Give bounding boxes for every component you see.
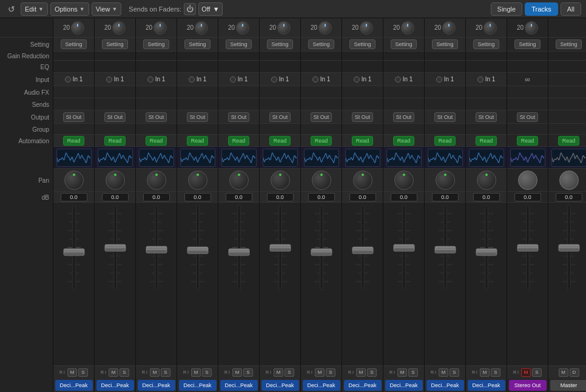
ch-wave-display-4[interactable] [221, 149, 257, 167]
ch-fader-svg-8[interactable] [389, 205, 419, 291]
ch-pan-knob-3[interactable] [188, 171, 207, 190]
ch-output-btn-9[interactable]: St Out [434, 112, 456, 122]
ch-fader-svg-12[interactable] [554, 205, 584, 291]
ch-wave-display-9[interactable] [428, 149, 463, 167]
ch-output-btn-1[interactable]: St Out [104, 112, 126, 122]
ch-name-badge-8[interactable]: Deci...Peak [385, 380, 423, 391]
sends-off-select[interactable]: Off ▼ [198, 2, 222, 16]
ch-setting-btn-7[interactable]: Setting [349, 39, 375, 49]
ch-output-btn-2[interactable]: St Out [146, 112, 167, 122]
tracks-view-btn[interactable]: Tracks [525, 2, 558, 16]
ch-output-btn-7[interactable]: St Out [352, 112, 374, 122]
ch-mute-btn-7[interactable]: M [356, 368, 366, 377]
ch-db-display-5[interactable]: 0.0 [267, 193, 294, 201]
ch-mute-btn-8[interactable]: M [397, 368, 407, 377]
ch-knob-0[interactable] [71, 21, 84, 35]
ch-db-display-9[interactable]: 0.0 [432, 193, 459, 201]
ch-db-display-2[interactable]: 0.0 [143, 193, 170, 201]
ch-auto-btn-8[interactable]: Read [393, 136, 415, 146]
ch-mute-btn-4[interactable]: M [232, 368, 242, 377]
ch-db-display-10[interactable]: 0.0 [473, 193, 500, 201]
ch-wave-display-0[interactable] [56, 149, 92, 167]
ch-knob-6[interactable] [318, 21, 332, 35]
ch-solo-btn-master[interactable]: D [570, 368, 579, 377]
ch-fader-svg-6[interactable] [306, 205, 337, 291]
ch-auto-btn-6[interactable]: Read [311, 136, 332, 146]
sends-power-toggle[interactable]: ⏻ [184, 3, 196, 15]
ch-db-display-8[interactable]: 0.0 [391, 193, 417, 201]
ch-mute-btn-master[interactable]: M [559, 368, 568, 377]
ch-wave-display-8[interactable] [386, 149, 422, 167]
ch-db-display-12[interactable]: 0.0 [556, 193, 582, 201]
ch-solo-btn-0[interactable]: S [78, 368, 88, 377]
ch-solo-btn-1[interactable]: S [120, 368, 129, 377]
ch-mute-btn-3[interactable]: M [191, 368, 201, 377]
ch-pan-knob-8[interactable] [394, 171, 414, 190]
ch-solo-btn-4[interactable]: S [243, 368, 253, 377]
ch-knob-3[interactable] [195, 21, 208, 35]
ch-mute-btn-5[interactable]: M [274, 368, 283, 377]
ch-wave-display-6[interactable] [304, 149, 339, 167]
ch-solo-btn-3[interactable]: S [202, 368, 212, 377]
ch-solo-btn-11[interactable]: S [532, 368, 542, 377]
ch-output-btn-8[interactable]: St Out [393, 112, 415, 122]
ch-solo-btn-2[interactable]: S [161, 368, 170, 377]
ch-setting-btn-9[interactable]: Setting [432, 39, 457, 49]
ch-pan-knob-2[interactable] [147, 171, 166, 190]
ch-knob-10[interactable] [483, 21, 497, 35]
ch-pan-knob-9[interactable] [436, 171, 455, 190]
ch-output-btn-0[interactable]: St Out [63, 112, 85, 122]
ch-mute-btn-11[interactable]: M [521, 368, 531, 377]
ch-setting-btn-1[interactable]: Setting [102, 39, 127, 49]
back-icon[interactable]: ↺ [5, 2, 18, 16]
ch-fader-svg-0[interactable] [59, 205, 89, 291]
ch-auto-btn-7[interactable]: Read [352, 136, 374, 146]
ch-solo-btn-9[interactable]: S [450, 368, 459, 377]
channels-scroll[interactable]: 20 Setting In 1 St Out Read [53, 18, 586, 392]
ch-auto-btn-1[interactable]: Read [104, 136, 126, 146]
ch-output-btn-5[interactable]: St Out [269, 112, 291, 122]
ch-mute-btn-2[interactable]: M [150, 368, 160, 377]
ch-pan-knob-1[interactable] [106, 171, 125, 190]
ch-name-badge-4[interactable]: Deci...Peak [220, 380, 258, 391]
ch-mute-btn-10[interactable]: M [480, 368, 490, 377]
ch-setting-btn-6[interactable]: Setting [308, 39, 334, 49]
ch-fader-svg-1[interactable] [100, 205, 130, 291]
ch-knob-8[interactable] [401, 21, 414, 35]
all-view-btn[interactable]: All [561, 2, 581, 16]
ch-solo-btn-7[interactable]: S [367, 368, 377, 377]
ch-setting-btn-2[interactable]: Setting [143, 39, 169, 49]
ch-mute-btn-6[interactable]: M [315, 368, 325, 377]
ch-knob-2[interactable] [153, 21, 167, 35]
ch-pan-knob-4[interactable] [229, 171, 249, 190]
ch-db-display-1[interactable]: 0.0 [102, 193, 129, 201]
ch-auto-btn-5[interactable]: Read [269, 136, 291, 146]
ch-setting-btn-8[interactable]: Setting [391, 39, 416, 49]
ch-pan-knob-12[interactable] [559, 171, 579, 190]
ch-setting-btn-10[interactable]: Setting [473, 39, 499, 49]
ch-wave-display-10[interactable] [469, 149, 504, 167]
ch-knob-5[interactable] [277, 21, 291, 35]
ch-auto-btn-4[interactable]: Read [228, 136, 250, 146]
ch-setting-btn-11[interactable]: Setting [514, 39, 540, 49]
ch-name-badge-12[interactable]: Master [550, 380, 587, 391]
single-view-btn[interactable]: Single [491, 2, 523, 16]
ch-auto-btn-10[interactable]: Read [476, 136, 497, 146]
ch-wave-display-7[interactable] [345, 149, 380, 167]
ch-name-badge-0[interactable]: Deci...Peak [55, 380, 93, 391]
ch-mute-btn-0[interactable]: M [67, 368, 77, 377]
ch-wave-display-12[interactable] [551, 149, 587, 167]
ch-fader-svg-2[interactable] [141, 205, 172, 291]
ch-name-badge-9[interactable]: Deci...Peak [426, 380, 464, 391]
ch-name-badge-11[interactable]: Stereo Out [509, 380, 547, 391]
edit-menu[interactable]: Edit ▼ [21, 2, 48, 16]
ch-output-btn-6[interactable]: St Out [311, 112, 332, 122]
view-menu[interactable]: View ▼ [92, 2, 122, 16]
ch-setting-btn-0[interactable]: Setting [61, 39, 86, 49]
ch-auto-btn-2[interactable]: Read [146, 136, 167, 146]
ch-wave-display-1[interactable] [98, 149, 133, 167]
ch-auto-btn-3[interactable]: Read [187, 136, 209, 146]
ch-db-display-6[interactable]: 0.0 [308, 193, 335, 201]
ch-wave-display-5[interactable] [263, 149, 298, 167]
ch-solo-btn-5[interactable]: S [285, 368, 294, 377]
